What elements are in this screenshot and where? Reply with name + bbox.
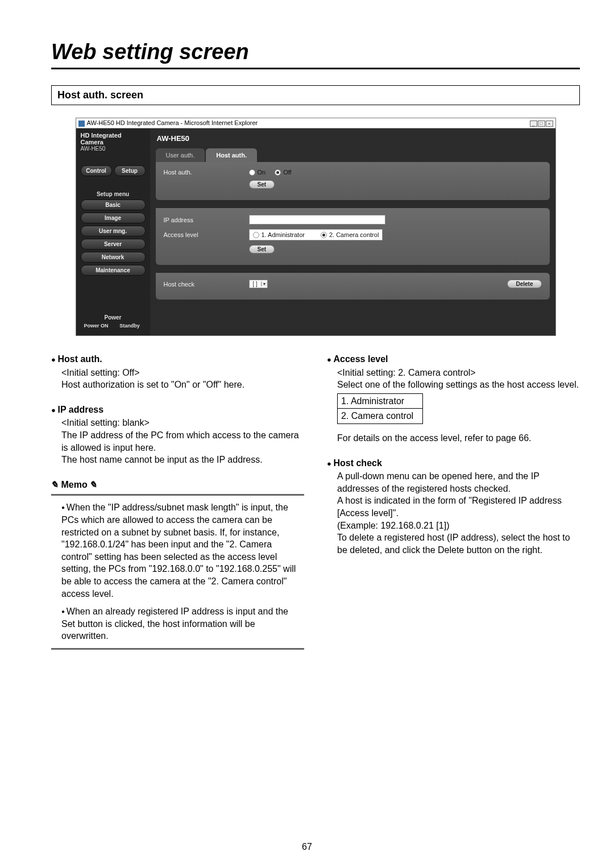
heading-ip: IP address	[51, 404, 304, 416]
access-level-table: 1. Administrator 2. Camera control	[337, 393, 423, 424]
radio-on-dot	[249, 169, 255, 176]
radio-camctrl[interactable]: 2. Camera control	[321, 231, 379, 238]
label-hostcheck: Host check	[164, 281, 249, 288]
tab-user-auth[interactable]: User auth.	[156, 148, 205, 162]
label-ip: IP address	[164, 217, 249, 223]
memo-heading: ✎ Memo ✎	[51, 479, 304, 491]
heading-host-auth: Host auth.	[51, 353, 304, 366]
sidebar-standby-button[interactable]: Standby	[114, 323, 146, 329]
tab-bar: User auth. Host auth.	[156, 148, 550, 162]
body-host-auth: Host authorization is set to "On" or "Of…	[61, 379, 304, 391]
memo-rule-top	[51, 494, 304, 496]
tab-host-auth[interactable]: Host auth.	[206, 148, 257, 162]
window-buttons: _□×	[529, 119, 553, 127]
radio-camctrl-dot	[321, 232, 327, 238]
browser-window: AW-HE50 HD Integrated Camera - Microsoft…	[76, 118, 556, 336]
hc-body2: A host is indicated in the form of "Regi…	[337, 495, 580, 519]
hc-body3: (Example: 192.168.0.21 [1])	[337, 520, 580, 532]
panel-hostcheck: Host check [ ]▾ Delete	[156, 273, 550, 300]
set-button-1[interactable]: Set	[249, 180, 275, 189]
hc-body1: A pull-down menu can be opened here, and…	[337, 470, 580, 495]
sidebar-setup-button[interactable]: Setup	[114, 165, 146, 176]
title-rule	[51, 68, 580, 69]
access-ref: For details on the access level, refer t…	[337, 432, 580, 445]
hc-body4: To delete a registered host (IP address)…	[337, 531, 580, 556]
panel-hostauth: Host auth. On Off Set	[156, 162, 550, 200]
radio-admin[interactable]: 1. Administrator	[253, 231, 305, 238]
body-access: Select one of the following settings as …	[337, 379, 580, 391]
maximize-icon[interactable]: □	[538, 121, 545, 127]
sidebar-product-line2: AW-HE50	[81, 146, 146, 152]
init-access: <Initial setting: 2. Camera control>	[337, 367, 580, 379]
radio-off-dot	[275, 169, 281, 176]
set-button-2[interactable]: Set	[249, 245, 275, 254]
memo-rule-bottom	[51, 648, 304, 650]
init-host-auth: <Initial setting: Off>	[61, 367, 304, 379]
section-header: Host auth. screen	[51, 85, 580, 105]
sidebar-basic-button[interactable]: Basic	[81, 200, 146, 210]
hostcheck-dropdown[interactable]: [ ]▾	[249, 280, 268, 288]
sidebar-setupmenu-label: Setup menu	[81, 191, 146, 197]
memo-icon: ✎	[49, 479, 60, 491]
heading-access: Access level	[327, 353, 580, 366]
body-ip1: The IP address of the PC from which acce…	[61, 429, 304, 454]
page-number: 67	[0, 842, 614, 852]
sidebar-control-button[interactable]: Control	[81, 165, 112, 176]
sidebar-usermng-button[interactable]: User mng.	[81, 226, 146, 236]
delete-button[interactable]: Delete	[507, 280, 541, 288]
sidebar: HD Integrated Camera AW-HE50 Control Set…	[76, 128, 150, 335]
body-ip2: The host name cannot be input as the IP …	[61, 454, 304, 466]
sidebar-server-button[interactable]: Server	[81, 239, 146, 250]
app-icon	[78, 121, 85, 127]
heading-hostcheck: Host check	[327, 457, 580, 470]
close-icon[interactable]: ×	[546, 121, 553, 127]
window-titlebar: AW-HE50 HD Integrated Camera - Microsoft…	[76, 118, 555, 128]
page-title: Web setting screen	[51, 40, 580, 65]
right-column: Access level <Initial setting: 2. Camera…	[327, 353, 580, 650]
radio-admin-dot	[253, 232, 259, 238]
memo-icon: ✎	[88, 479, 98, 491]
window-title-text: AW-HE50 HD Integrated Camera - Microsoft…	[87, 119, 258, 126]
label-access: Access level	[164, 231, 249, 238]
sidebar-image-button[interactable]: Image	[81, 213, 146, 223]
sidebar-poweron-button[interactable]: Power ON	[81, 323, 112, 329]
ip-address-input[interactable]	[249, 215, 385, 225]
memo-item-1: When the "IP address/subnet mask length"…	[61, 501, 304, 600]
panel-ip-access: IP address Access level 1. Administrator…	[156, 208, 550, 265]
sidebar-product-line1: HD Integrated Camera	[81, 132, 146, 146]
left-column: Host auth. <Initial setting: Off> Host a…	[51, 353, 304, 650]
sidebar-power-label: Power	[81, 314, 146, 321]
radio-off[interactable]: Off	[275, 169, 291, 176]
tbl-camctrl: 2. Camera control	[338, 409, 423, 424]
radio-on[interactable]: On	[249, 169, 266, 176]
access-level-options: 1. Administrator 2. Camera control	[249, 229, 383, 240]
chevron-down-icon: ▾	[261, 281, 267, 286]
model-label: AW-HE50	[156, 132, 550, 148]
tbl-admin: 1. Administrator	[338, 393, 423, 409]
label-hostauth: Host auth.	[164, 169, 249, 176]
minimize-icon[interactable]: _	[530, 121, 537, 127]
sidebar-network-button[interactable]: Network	[81, 252, 146, 263]
memo-item-2: When an already registered IP address is…	[61, 605, 304, 642]
sidebar-maintenance-button[interactable]: Maintenance	[81, 265, 146, 276]
init-ip: <Initial setting: blank>	[61, 417, 304, 429]
main-panel: AW-HE50 User auth. Host auth. Host auth.…	[150, 128, 555, 335]
